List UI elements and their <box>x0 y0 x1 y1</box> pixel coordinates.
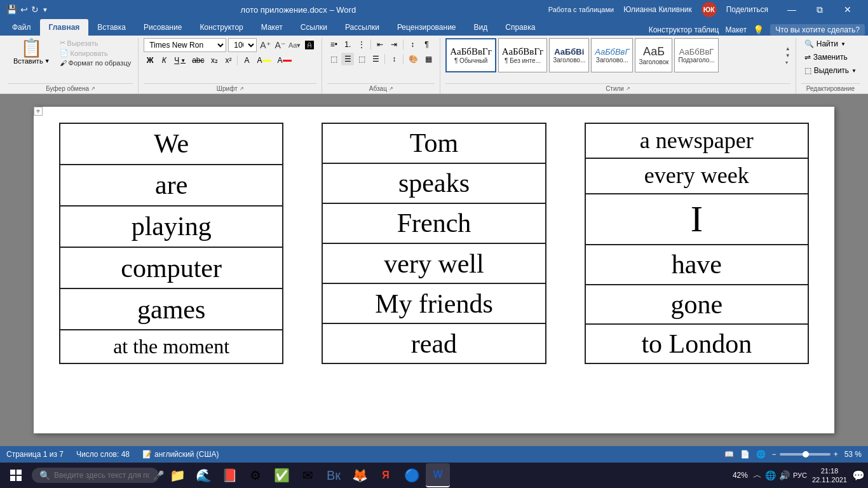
table-cell[interactable]: a newspaper <box>585 123 808 158</box>
line-spacing-button[interactable]: ↕ <box>388 53 400 65</box>
text-effect-button[interactable]: A <box>240 54 253 67</box>
tab-home[interactable]: Главная <box>40 19 89 36</box>
copy-button[interactable]: 📄 Копировать <box>58 48 133 58</box>
align-left-button[interactable]: ⬚ <box>327 53 340 65</box>
restore-button[interactable]: ⧉ <box>806 0 834 19</box>
undo-icon[interactable]: ↩ <box>20 4 28 15</box>
font-shrink-icon[interactable]: A⁻ <box>274 40 287 50</box>
align-right-button[interactable]: ⬚ <box>355 53 368 65</box>
clear-format-icon[interactable]: 🅰 <box>302 39 316 51</box>
italic-button[interactable]: К <box>158 54 170 67</box>
find-dropdown-icon[interactable]: ▼ <box>841 41 846 47</box>
table-move-handle[interactable]: + <box>34 107 43 116</box>
justify-button[interactable]: ☰ <box>369 53 382 65</box>
zoom-slider[interactable] <box>780 453 831 456</box>
font-grow-icon[interactable]: A⁺ <box>259 40 271 50</box>
font-expand-icon[interactable]: ↗ <box>240 86 244 92</box>
search-mic-icon[interactable]: 🎤 <box>153 470 164 480</box>
tab-review[interactable]: Рецензирование <box>388 19 465 36</box>
find-button[interactable]: 🔍 Найти ▼ <box>801 38 860 50</box>
notification-icon[interactable]: 💬 <box>852 470 865 482</box>
table-cell[interactable]: every week <box>585 158 808 193</box>
underline-arrow-icon[interactable]: ▼ <box>180 58 186 64</box>
tab-layout[interactable]: Макет <box>252 19 292 36</box>
tab-view[interactable]: Вид <box>465 19 497 36</box>
style-subtitle[interactable]: АаБбВвГ Подзаголо... <box>674 38 718 72</box>
table-cell[interactable]: read <box>322 323 545 363</box>
taskbar-app-acrobat[interactable]: 📕 <box>217 463 241 487</box>
strikethrough-button[interactable]: abc <box>189 54 207 67</box>
numbering-button[interactable]: 1. <box>341 38 354 51</box>
taskbar-app-mail[interactable]: ✉ <box>295 463 320 487</box>
highlight-button[interactable]: A <box>254 54 273 67</box>
bullets-button[interactable]: ≡• <box>327 38 340 51</box>
styles-scroll-up-icon[interactable]: ▲ <box>785 46 790 51</box>
format-painter-button[interactable]: 🖌 Формат по образцу <box>58 58 133 67</box>
zoom-percent[interactable]: 53 % <box>844 450 862 459</box>
tab-help[interactable]: Справка <box>496 19 544 36</box>
view-web-icon[interactable]: 🌐 <box>756 450 766 459</box>
style-no-spacing[interactable]: АаБбВвГг ¶ Без инте... <box>498 38 547 72</box>
help-icon[interactable]: 💡 <box>753 25 764 35</box>
tab-design[interactable]: Конструктор <box>191 19 252 36</box>
minimize-button[interactable]: — <box>778 0 806 19</box>
decrease-indent-button[interactable]: ⇤ <box>374 38 386 51</box>
zoom-out-button[interactable]: − <box>772 450 776 459</box>
volume-icon[interactable]: 🔊 <box>779 470 790 480</box>
sort-button[interactable]: ↕ <box>406 38 419 51</box>
select-dropdown-icon[interactable]: ▼ <box>851 68 857 74</box>
search-box[interactable]: Что вы хотите сделать? <box>770 24 865 36</box>
style-heading2[interactable]: АаБбВвГ Заголово... <box>591 38 633 72</box>
clipboard-expand-icon[interactable]: ↗ <box>91 86 95 92</box>
table-cell[interactable]: We <box>60 123 283 165</box>
style-title[interactable]: АаБ Заголовок <box>635 38 672 72</box>
taskbar-app-edge[interactable]: 🌊 <box>191 463 215 487</box>
taskbar-app-chrome[interactable]: 🔵 <box>400 463 424 487</box>
zoom-in-button[interactable]: + <box>834 450 838 459</box>
paste-dropdown-icon[interactable]: ▼ <box>44 58 50 64</box>
table-cell[interactable]: gone <box>585 285 808 324</box>
tab-draw[interactable]: Рисование <box>135 19 191 36</box>
styles-expand-icon[interactable]: ▾ <box>785 60 790 65</box>
tab-mailings[interactable]: Рассылки <box>336 19 388 36</box>
table-cell[interactable]: playing <box>60 206 283 247</box>
align-center-button[interactable]: ☰ <box>341 53 354 65</box>
profile-badge[interactable]: ЮК <box>702 2 717 17</box>
select-button[interactable]: ⬚ Выделить ▼ <box>801 65 860 76</box>
tab-references[interactable]: Ссылки <box>292 19 336 36</box>
multilevel-button[interactable]: ⋮ <box>355 38 368 51</box>
increase-indent-button[interactable]: ⇥ <box>388 38 400 51</box>
network-icon[interactable]: 🌐 <box>765 470 776 480</box>
start-button[interactable] <box>3 463 29 488</box>
superscript-button[interactable]: x² <box>222 54 234 67</box>
table-cell[interactable]: are <box>60 165 283 206</box>
taskbar-app-check[interactable]: ✅ <box>269 463 294 487</box>
subscript-button[interactable]: x₂ <box>208 54 220 67</box>
table-cell[interactable]: at the moment <box>60 330 283 363</box>
show-marks-button[interactable]: ¶ <box>420 38 433 51</box>
table-cell[interactable]: to London <box>585 324 808 363</box>
taskbar-search-box[interactable]: 🔍 🎤 <box>32 468 159 483</box>
table-cell[interactable]: very well <box>322 243 545 283</box>
table-cell[interactable]: My friends <box>322 283 545 323</box>
font-size-select[interactable]: 100 <box>228 38 257 52</box>
share-button[interactable]: Поделиться <box>726 5 768 14</box>
table-cell[interactable]: games <box>60 288 283 330</box>
language-indicator[interactable]: 📝 английский (США) <box>142 450 219 459</box>
styles-scroll-down-icon[interactable]: ▼ <box>785 53 790 58</box>
bold-button[interactable]: Ж <box>144 54 156 67</box>
zoom-level[interactable]: 42% <box>733 471 748 480</box>
cut-button[interactable]: ✂ Вырезать <box>58 38 133 48</box>
paragraph-expand-icon[interactable]: ↗ <box>389 86 393 92</box>
redo-icon[interactable]: ↻ <box>31 4 39 15</box>
tab-table-design[interactable]: Конструктор таблиц <box>649 25 719 34</box>
table-cell[interactable]: Tom <box>322 123 545 163</box>
language-label[interactable]: РУС <box>793 471 807 479</box>
tab-file[interactable]: Файл <box>3 19 40 36</box>
close-button[interactable]: ✕ <box>834 0 862 19</box>
view-print-icon[interactable]: 📄 <box>740 450 750 459</box>
tab-table-layout[interactable]: Макет <box>725 25 747 34</box>
styles-expand-arrow-icon[interactable]: ↗ <box>626 86 630 92</box>
taskbar-app-word[interactable]: W <box>426 463 450 487</box>
case-button[interactable]: Aa▾ <box>288 41 301 50</box>
